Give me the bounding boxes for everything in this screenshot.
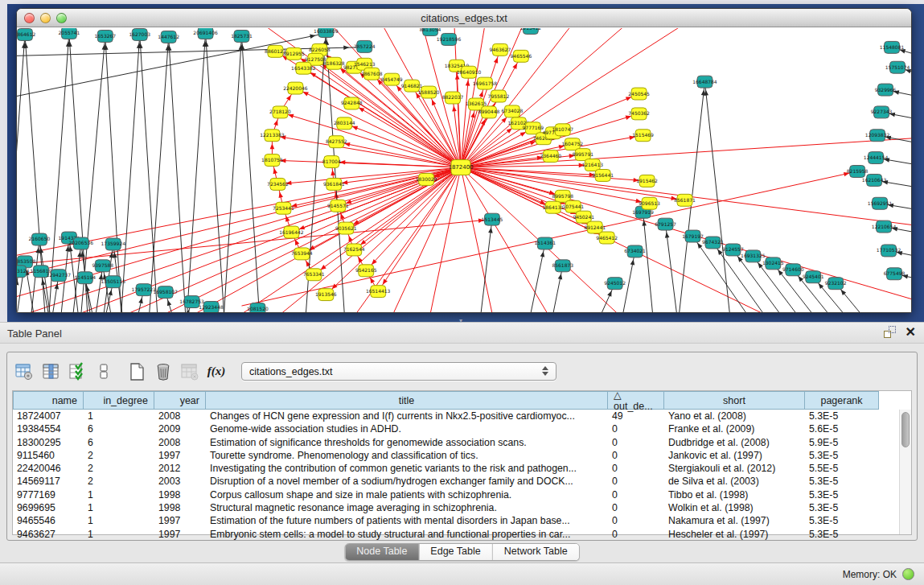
node-label: 9242848	[341, 100, 363, 105]
table-cell: 0	[608, 475, 664, 488]
table-tabs: Node TableEdge TableNetwork Table	[344, 543, 579, 561]
table-cell: Estimation of the future numbers of pati…	[206, 514, 608, 527]
table-cell: 1997	[154, 514, 206, 527]
column-header-out_de[interactable]: △ out_de...	[608, 391, 664, 410]
node-label: 7653341	[303, 271, 325, 277]
node-label: 12444154	[864, 154, 889, 160]
node-label: 2803144	[334, 120, 355, 126]
table-row[interactable]: 2242004622012Investigating the contribut…	[13, 462, 911, 475]
table-row[interactable]: 946362711997Embryonic stem cells: a mode…	[13, 528, 911, 541]
node-label: 8561873	[552, 262, 573, 268]
column-header-in_degree[interactable]: in_degree	[84, 391, 154, 410]
node-label: 7162544	[343, 246, 365, 252]
column-header-short[interactable]: short	[664, 391, 805, 410]
node-label: 1447612	[158, 34, 179, 39]
select-rows-button[interactable]	[66, 360, 88, 383]
node-label: 12213383	[260, 132, 285, 138]
new-document-icon	[127, 362, 146, 381]
node-label: 9450241	[573, 214, 594, 220]
node-label: 18640910	[457, 69, 482, 75]
network-window-titlebar[interactable]: citations_edges.txt	[17, 9, 911, 27]
table-cell: 6	[84, 422, 154, 435]
table-row[interactable]: 977716911998Corpus callosum shape and si…	[13, 488, 911, 501]
node-label: 9146821	[401, 83, 423, 89]
column-header-year[interactable]: year	[154, 391, 206, 410]
table-row[interactable]: 946554611997Estimation of the future num…	[13, 514, 911, 527]
table-cell: 0	[608, 462, 664, 475]
new-document-button[interactable]	[125, 360, 148, 383]
node-label: 1546213	[354, 61, 376, 67]
table-selector-dropdown[interactable]: citations_edges.txt	[241, 362, 556, 381]
float-panel-icon[interactable]	[884, 326, 896, 338]
node-label: 9714600	[782, 266, 804, 272]
scrollbar-thumb[interactable]	[901, 412, 910, 447]
column-header-pagerank[interactable]: pagerank	[805, 391, 879, 410]
tab-edge-table[interactable]: Edge Table	[418, 544, 491, 560]
table-row[interactable]: 1830029562008Estimation of significance …	[13, 436, 911, 449]
column-header-title[interactable]: title	[206, 391, 608, 410]
table-cell: 6	[84, 436, 154, 449]
table-cell: 1	[84, 514, 154, 527]
node-label: 9227343	[871, 109, 893, 114]
function-builder-button[interactable]: f(x)	[205, 360, 228, 383]
column-header-name[interactable]: name	[13, 391, 84, 410]
delete-rows-button[interactable]	[152, 360, 175, 383]
close-panel-icon[interactable]: ✕	[906, 326, 916, 338]
node-label: 3913124	[17, 268, 30, 274]
node-label: 9232102	[825, 280, 847, 286]
table-cell: 5.3E-5	[805, 449, 879, 462]
show-column-button[interactable]	[39, 360, 62, 383]
table-cell: 19384554	[13, 422, 84, 435]
tab-node-table[interactable]: Node Table	[345, 544, 418, 560]
node-label: 9397588	[92, 262, 113, 268]
status-bar: Memory: OK	[0, 562, 924, 585]
table-cell: 2	[84, 449, 154, 462]
node-label: 13505115	[101, 278, 126, 284]
node-label: 19218596	[437, 36, 462, 42]
table-row[interactable]: 911546021997Tourette syndrome. Phenomeno…	[13, 449, 911, 462]
network-canvas-svg[interactable]: 1864612205574116532671627003144761220691…	[17, 28, 911, 312]
splitter-grip-icon[interactable]: ▾	[455, 319, 466, 323]
table-cell: 2008	[154, 410, 206, 422]
node-label: 6734028	[502, 108, 524, 113]
table-cell: Tourette syndrome. Phenomenology and cla…	[206, 449, 608, 462]
table-panel-body: f(x) citations_edges.txt namein_degreeye…	[6, 352, 918, 541]
table-cell: 5.6E-5	[805, 422, 879, 435]
node-label: 9542165	[355, 267, 377, 273]
delete-table-icon	[180, 362, 199, 381]
table-row[interactable]: 969969511998Structural magnetic resonanc…	[13, 501, 911, 514]
node-label: 9329966	[875, 87, 897, 93]
table-cell: 18300295	[13, 436, 84, 449]
node-label: 8912441	[584, 225, 606, 230]
table-mode-button[interactable]	[92, 360, 115, 383]
table-cell: Wolkin et al. (1998)	[664, 501, 805, 514]
table-settings-icon	[14, 362, 34, 381]
network-view-window[interactable]: citations_edges.txt 18646122055741165326…	[16, 8, 912, 313]
delete-table-button[interactable]	[179, 360, 201, 383]
node-label: 8912955	[283, 51, 305, 56]
node-label: 1588520	[418, 89, 440, 95]
node-label: 9156441	[592, 172, 614, 178]
table-cell: 1997	[154, 528, 206, 541]
table-settings-button[interactable]	[13, 360, 35, 383]
network-canvas[interactable]: 1864612205574116532671627003144761220691…	[17, 28, 911, 312]
select-rows-icon	[68, 362, 87, 381]
node-label: 1216413	[581, 162, 603, 167]
table-header-row: namein_degreeyeartitle△ out_de...shortpa…	[13, 391, 911, 410]
node-label: 1515469	[632, 132, 654, 138]
table-cell: Structural magnetic resonance image aver…	[206, 501, 608, 514]
table-cell: Dudbridge et al. (2008)	[664, 436, 805, 449]
table-row[interactable]: 1872400712008Changes of HCN gene express…	[13, 410, 911, 422]
node-label: 20691406	[193, 30, 218, 35]
node-label: 2450545	[628, 91, 650, 97]
table-cell: 0	[608, 488, 664, 501]
tab-network-table[interactable]: Network Table	[492, 544, 579, 560]
table-cell: 2012	[154, 462, 206, 475]
node-label: 12093832	[865, 132, 890, 138]
table-row[interactable]: 1456911722003Disruption of a novel membe…	[13, 475, 911, 488]
table-cell: 22420046	[13, 462, 84, 475]
node-label: 1853508	[17, 258, 35, 264]
table-vertical-scrollbar[interactable]	[899, 410, 911, 534]
node-label: 12942737	[47, 272, 72, 278]
table-row[interactable]: 1938455462009Genome-wide association stu…	[13, 422, 911, 435]
